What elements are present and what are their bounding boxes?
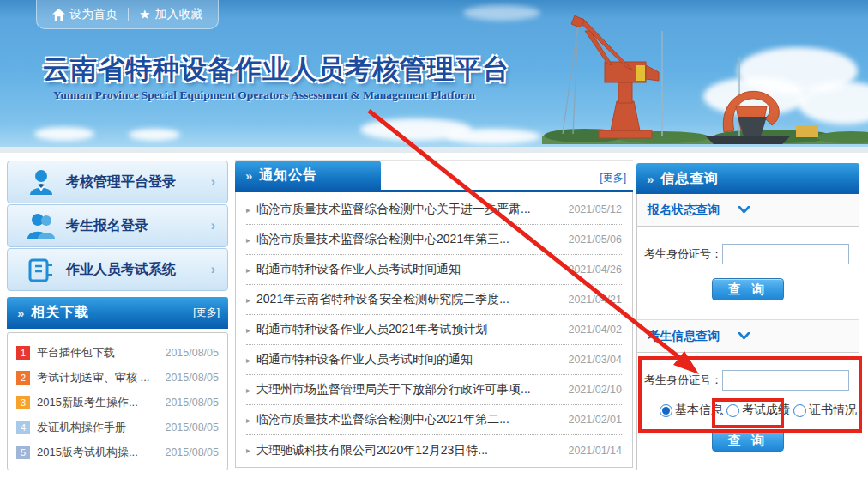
rank-badge: 5	[16, 446, 30, 459]
download-item[interactable]: 5 2015版考试机构操... 2015/08/05	[8, 440, 227, 464]
radio-exam-score[interactable]: 考试成绩	[726, 403, 790, 418]
notice-item-date: 2021/04/02	[559, 324, 622, 336]
download-item-date: 2015/08/05	[165, 421, 219, 434]
set-home-label: 设为首页	[69, 7, 118, 22]
download-item-date: 2015/08/05	[165, 446, 219, 458]
cloud	[34, 127, 94, 141]
notice-item-date: 2021/02/01	[559, 414, 622, 426]
person-icon	[27, 169, 56, 195]
notice-item-date: 2021/02/10	[559, 384, 622, 396]
rank-badge: 1	[16, 346, 30, 360]
id-number-input[interactable]	[722, 370, 849, 391]
double-arrow-icon: »	[17, 306, 24, 320]
notice-item[interactable]: ▸ 临沧市质量技术监督综合检测中心2021年第二... 2021/02/01	[246, 405, 622, 435]
download-item[interactable]: 4 发证机构操作手册 2015/08/05	[8, 415, 227, 440]
info-query-panel: » 信息查询 报名状态查询 考生身份证号： 查 询 考生信息查询	[636, 163, 859, 470]
notice-item-title: 昭通市特种设备作业人员考试时间通知	[256, 262, 461, 277]
add-favorite-label: 加入收藏	[154, 7, 202, 22]
download-item[interactable]: 2 考试计划送审、审核 ... 2015/08/05	[8, 365, 227, 390]
radio-label: 考试成绩	[742, 403, 790, 418]
notice-item-title: 临沧市质量技术监督综合检测中心关于进一步严肃...	[256, 202, 531, 217]
downloads-list: 1 平台插件包下载 2015/08/05 2 考试计划送审、审核 ... 201…	[7, 332, 228, 470]
notice-item[interactable]: ▸ 大理州市场监督管理局关于下放部分行政许可事项... 2021/02/10	[246, 375, 622, 405]
download-item[interactable]: 1 平台插件包下载 2015/08/05	[8, 340, 227, 365]
login-button-exam-system[interactable]: 作业人员考试系统 ›	[7, 248, 228, 291]
id-number-label: 考生身份证号：	[644, 246, 722, 262]
query-button[interactable]: 查 询	[712, 429, 784, 452]
candidate-info-section-toggle[interactable]: 考生信息查询	[637, 320, 859, 353]
info-query-header: » 信息查询	[636, 163, 859, 194]
banner: 设为首页 ★ 加入收藏 云南省特种设备作业人员考核管理平台 Yunnan Pro…	[0, 0, 868, 153]
chevron-right-icon: ›	[211, 218, 215, 233]
notice-item[interactable]: ▸ 2021年云南省特种设备安全检测研究院二季度... 2021/04/21	[246, 285, 622, 315]
site-subtitle-en: Yunnan Province Special Equipment Operat…	[53, 88, 475, 102]
chevron-down-icon	[738, 332, 750, 340]
download-item-label: 2015版考试机构操...	[37, 445, 138, 460]
banner-bottom-strip	[0, 147, 868, 153]
notice-item-title: 昭通市特种设备作业人员考试时间的通知	[256, 352, 473, 367]
login-button-candidate-registration[interactable]: 考生报名登录 ›	[7, 204, 228, 247]
id-number-label: 考生身份证号：	[644, 373, 722, 388]
bullet-icon: ▸	[246, 235, 250, 245]
radio-label: 证书情况	[809, 403, 857, 418]
notice-item[interactable]: ▸ 临沧市质量技术监督综合检测中心关于进一步严肃... 2021/05/12	[246, 195, 622, 225]
bullet-icon: ▸	[246, 325, 250, 335]
section-title: 报名状态查询	[648, 203, 720, 218]
registration-status-query-form: 考生身份证号： 查 询	[637, 227, 859, 320]
notice-item[interactable]: ▸ 昭通市特种设备作业人员考试时间的通知 2021/03/04	[246, 345, 622, 375]
notice-item[interactable]: ▸ 昭通市特种设备作业人员2021年考试预计划 2021/04/02	[246, 315, 622, 345]
notice-item-date: 2021/03/04	[559, 354, 622, 366]
downloads-more-link[interactable]: [更多]	[193, 306, 220, 320]
notice-item-date: 2021/04/21	[559, 294, 622, 306]
notices-tab[interactable]: » 通知公告	[235, 161, 381, 191]
chevron-down-icon	[738, 206, 750, 214]
registration-status-section-toggle[interactable]: 报名状态查询	[637, 194, 859, 227]
notice-item-date: 2021/01/14	[559, 445, 622, 457]
notices-header: » 通知公告 [更多]	[235, 160, 633, 192]
login-button-label: 考生报名登录	[66, 217, 148, 235]
chevron-right-icon: ›	[211, 262, 215, 277]
rank-badge: 4	[16, 421, 30, 434]
notice-item-title: 2021年云南省特种设备安全检测研究院二季度...	[256, 292, 509, 307]
notices-more-link[interactable]: [更多]	[600, 171, 626, 185]
notice-item[interactable]: ▸ 昭通市特种设备作业人员考试时间通知 2021/04/26	[246, 255, 622, 285]
id-number-input[interactable]	[722, 244, 849, 264]
double-arrow-icon: »	[245, 168, 252, 183]
downloads-header: » 相关下载 [更多]	[7, 297, 228, 329]
quick-links-divider	[128, 8, 129, 21]
home-icon	[52, 9, 65, 21]
download-item-label: 考试计划送审、审核 ...	[37, 370, 149, 385]
people-icon	[27, 213, 56, 239]
login-button-label: 考核管理平台登录	[66, 173, 176, 191]
download-item[interactable]: 3 2015新版考生操作... 2015/08/05	[8, 390, 227, 415]
login-button-assessment-platform[interactable]: 考核管理平台登录 ›	[7, 161, 228, 203]
bullet-icon: ▸	[246, 385, 250, 395]
set-home-link[interactable]: 设为首页	[52, 7, 118, 22]
download-item-date: 2015/08/05	[165, 397, 219, 409]
radio-basic-info[interactable]: 基本信息	[660, 403, 723, 418]
download-item-label: 2015新版考生操作...	[37, 395, 138, 410]
notices-panel: » 通知公告 [更多] ▸ 临沧市质量技术监督综合检测中心关于进一步严肃... …	[235, 160, 633, 468]
chevron-right-icon: ›	[211, 174, 215, 190]
bullet-icon: ▸	[246, 415, 250, 425]
download-item-label: 平台插件包下载	[37, 345, 115, 361]
bullet-icon: ▸	[246, 446, 250, 455]
query-button[interactable]: 查 询	[712, 278, 784, 300]
query-type-radio-group: 基本信息 考试成绩 证书情况	[660, 403, 859, 418]
radio-circle-icon	[793, 404, 806, 417]
page: 设为首页 ★ 加入收藏 云南省特种设备作业人员考核管理平台 Yunnan Pro…	[0, 0, 868, 479]
section-title: 考生信息查询	[648, 329, 720, 344]
rank-badge: 3	[16, 396, 30, 409]
left-sidebar: 考核管理平台登录 › 考生报名登录 › 作业人员考试系统 › » 相关下载 [更…	[7, 161, 228, 292]
notices-title: 通知公告	[259, 167, 317, 185]
notice-item-title: 昭通市特种设备作业人员2021年考试预计划	[256, 322, 487, 337]
double-arrow-icon: »	[647, 172, 654, 186]
notice-item-date: 2021/05/06	[559, 233, 622, 246]
notice-item[interactable]: ▸ 大理驰诚科技有限公司2020年12月23日特... 2021/01/14	[246, 435, 622, 465]
notice-item-title: 大理州市场监督管理局关于下放部分行政许可事项...	[256, 382, 531, 397]
download-item-label: 发证机构操作手册	[37, 420, 126, 435]
radio-certificate-status[interactable]: 证书情况	[793, 403, 857, 418]
add-favorite-link[interactable]: ★ 加入收藏	[139, 7, 202, 22]
candidate-info-query-form: 考生身份证号： 基本信息 考试成绩 证书情况	[637, 353, 859, 452]
notice-item[interactable]: ▸ 临沧市质量技术监督综合检测中心2021年第三... 2021/05/06	[246, 225, 622, 255]
